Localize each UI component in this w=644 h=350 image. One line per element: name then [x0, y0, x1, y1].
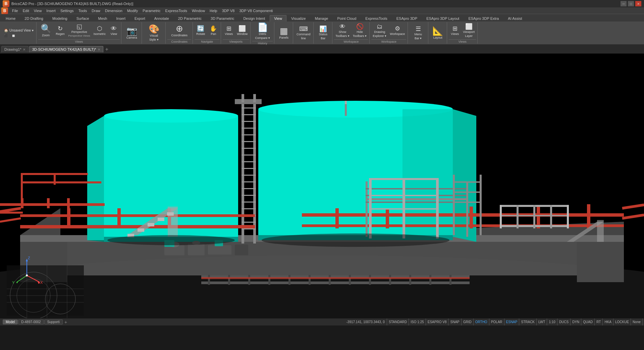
- svg-rect-33: [241, 195, 256, 196]
- show-toolbars-button[interactable]: 👁 Show Toolbars ▾: [334, 23, 351, 38]
- status-scale[interactable]: 1:10: [547, 318, 557, 325]
- tab-modeling[interactable]: Modeling: [48, 15, 72, 21]
- ribbon-content: 🏠 Unsaved View ▾ ⬛ 🔲 🔍 Zoom ↻ Regen: [0, 21, 644, 44]
- drawing-explorer-button[interactable]: 🗂 Drawing Explorer ▾: [371, 23, 388, 38]
- sub-btn-1[interactable]: ⬛: [3, 34, 9, 38]
- menu-draw[interactable]: Draw: [90, 8, 102, 13]
- close-button[interactable]: ✕: [635, 1, 641, 6]
- tab-mesh[interactable]: Mesh: [94, 15, 112, 21]
- menubar-button[interactable]: ☰ Menu Bar ▾: [412, 25, 424, 41]
- camera-button[interactable]: 📷 Camera: [124, 26, 140, 40]
- doc-tab-main[interactable]: 3D-SCHIUMOGENO TK42(AS BUILT)* ✕: [29, 46, 103, 52]
- tab-manage[interactable]: Manage: [311, 15, 333, 21]
- menu-parametric[interactable]: Parametric: [141, 8, 162, 13]
- menu-insert[interactable]: Insert: [44, 8, 58, 13]
- menu-3dpv8[interactable]: 3DP V8: [220, 8, 237, 13]
- visualstyle-button[interactable]: 🎨 Visual Style ▾: [146, 24, 162, 42]
- status-ducs[interactable]: DUCS: [557, 318, 571, 325]
- status-quad[interactable]: QUAD: [581, 318, 595, 325]
- restore-button[interactable]: □: [628, 1, 634, 6]
- isometric-button[interactable]: ⬡ Isometric: [92, 25, 107, 36]
- tab-designintent[interactable]: Design Intent: [239, 15, 269, 21]
- minimize-button[interactable]: ─: [621, 1, 627, 6]
- status-hka[interactable]: HKA: [603, 318, 613, 325]
- tab-visualize[interactable]: Visualize: [287, 15, 310, 21]
- tab-annotate[interactable]: Annotate: [150, 15, 173, 21]
- model-tab-supporti[interactable]: Supporti: [44, 319, 63, 324]
- tab-esapro3dpextra[interactable]: ESApro 3DP Extra: [464, 15, 503, 21]
- status-ortho[interactable]: ORTHO: [474, 318, 489, 325]
- model-tab-model[interactable]: Model: [3, 319, 18, 324]
- tab-esapro3dplayout[interactable]: ESApro 3DP Layout: [422, 15, 464, 21]
- tab-export[interactable]: Export: [130, 15, 150, 21]
- tab-insert[interactable]: Insert: [112, 15, 130, 21]
- menu-modify[interactable]: Modify: [125, 8, 140, 13]
- workspace-button[interactable]: ⚙ Workspace: [388, 25, 406, 36]
- menu-dimension[interactable]: Dimension: [103, 8, 124, 13]
- status-rt[interactable]: RT: [595, 318, 603, 325]
- menu-help[interactable]: Help: [208, 8, 219, 13]
- statusbar-button[interactable]: 📊 Status Bar: [317, 25, 329, 41]
- menu-expresstools[interactable]: ExpressTools: [163, 8, 189, 13]
- tab-pointcloud[interactable]: Point Cloud: [333, 15, 361, 21]
- menu-tools[interactable]: Tools: [76, 8, 89, 13]
- panels-button[interactable]: ▦ Panels: [276, 26, 291, 40]
- commandline-button[interactable]: ⌨ Command line: [295, 25, 312, 41]
- status-iso[interactable]: ISO 1:25: [409, 318, 426, 325]
- viewport-layer-button[interactable]: ⬜ Viewport Layer: [462, 23, 476, 38]
- tab-3dparametric[interactable]: 3D Parametric: [206, 15, 238, 21]
- tab-view[interactable]: View: [270, 15, 286, 21]
- viewport[interactable]: Z X Y: [0, 54, 644, 318]
- tab-esapro3dp[interactable]: ESApro 3DP: [392, 15, 422, 21]
- status-polar[interactable]: POLAR: [489, 318, 504, 325]
- zoom-button[interactable]: 🔍 Zoom: [38, 24, 54, 38]
- status-esnap[interactable]: ESNAP: [504, 318, 520, 325]
- doc-tab-drawing1-close[interactable]: ✕: [23, 48, 25, 51]
- status-none[interactable]: None: [631, 318, 643, 325]
- menu-window[interactable]: Window: [190, 8, 207, 13]
- status-strack[interactable]: STRACK: [519, 318, 537, 325]
- view-button[interactable]: 👁 View: [108, 25, 120, 36]
- tab-2ddrafting[interactable]: 2D Drafting: [20, 15, 48, 21]
- model-tab-d4897[interactable]: D-4897-0002: [18, 319, 44, 324]
- status-dyn[interactable]: DYN: [571, 318, 581, 325]
- layout-button[interactable]: 📐 Layout: [430, 26, 445, 40]
- pan-button[interactable]: ✋ Pan: [207, 25, 219, 36]
- status-grid[interactable]: GRID: [462, 318, 474, 325]
- menu-file[interactable]: File: [10, 8, 20, 13]
- doc-tab-drawing1[interactable]: Drawing1* ✕: [1, 46, 29, 52]
- coordinates-button[interactable]: ⊕ Coordinates: [170, 24, 189, 38]
- rotate-button[interactable]: 🔄 Rotate: [195, 25, 207, 36]
- hide-toolbars-button[interactable]: 🚫 Hide Toolbars ▾: [352, 23, 368, 38]
- svg-rect-67: [21, 173, 88, 175]
- menu-edit[interactable]: Edit: [21, 8, 31, 13]
- tab-surface[interactable]: Surface: [72, 15, 94, 21]
- views2-button[interactable]: ⊞ Views: [449, 25, 461, 36]
- tab-expresstools[interactable]: ExpressTools: [361, 15, 391, 21]
- status-lockue[interactable]: LOCKUE: [613, 318, 631, 325]
- views2-group-label: Views: [449, 39, 476, 44]
- unsaved-view-dropdown[interactable]: 🏠 Unsaved View ▾: [3, 28, 35, 33]
- dwgcompare-button[interactable]: 📄 DWG Compare ▾: [254, 22, 272, 40]
- sub-btn-2[interactable]: 🔲: [10, 34, 17, 38]
- status-esapro[interactable]: ESAPRO V8: [426, 318, 449, 325]
- layout-icon: 📐: [432, 27, 443, 35]
- tab-aiassist[interactable]: AI Assist: [503, 15, 526, 21]
- add-layout-icon[interactable]: +: [63, 319, 68, 325]
- tab-2dparametric[interactable]: 2D Parametric: [174, 15, 206, 21]
- doc-tab-main-close[interactable]: ✕: [98, 48, 100, 51]
- menu-3dpv8c[interactable]: 3DP V8 Componenti: [237, 8, 275, 13]
- add-tab-button[interactable]: +: [104, 46, 110, 52]
- regen-button[interactable]: ↻ Regen: [54, 25, 66, 36]
- status-lwt[interactable]: LWT: [537, 318, 547, 325]
- status-snap[interactable]: SNAP: [448, 318, 461, 325]
- tab-home[interactable]: Home: [1, 15, 20, 21]
- perspective-button[interactable]: ◱ Perspective Perspective Views: [67, 23, 92, 38]
- menu-settings[interactable]: Settings: [58, 8, 76, 13]
- vp-window-button[interactable]: ⬜ Window: [235, 25, 249, 36]
- none-label: None: [633, 320, 641, 324]
- menu-view[interactable]: View: [32, 8, 44, 13]
- svg-rect-68: [0, 203, 23, 206]
- vp-views-button[interactable]: ⊞ Views: [223, 25, 235, 36]
- status-standard[interactable]: STANDARD: [387, 318, 409, 325]
